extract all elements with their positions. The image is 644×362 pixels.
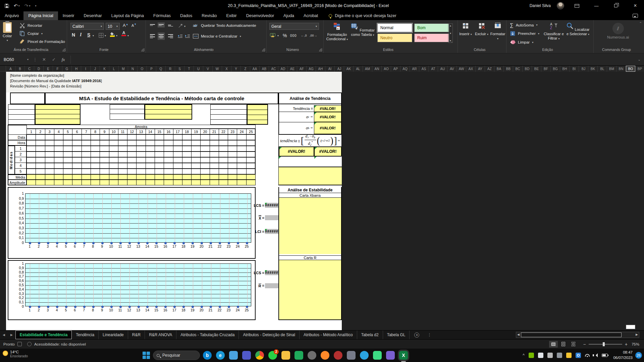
- table-cell[interactable]: [155, 175, 164, 179]
- ribbon-tab-inserir[interactable]: Inserir: [58, 11, 79, 20]
- number-format-combo[interactable]: Geral▾: [269, 23, 319, 30]
- tendencia-empty-1[interactable]: [279, 157, 314, 167]
- column-header-AH[interactable]: AH: [316, 66, 325, 72]
- title-left-empty-cell[interactable]: [10, 93, 45, 104]
- tray-volume-icon[interactable]: [594, 353, 598, 357]
- taskbar-app-firefox[interactable]: [321, 351, 329, 360]
- sheet-tab-tabela-d2[interactable]: Tabela d2: [357, 330, 383, 339]
- taskbar-app-monitor[interactable]: [229, 351, 238, 360]
- table-cell[interactable]: [127, 140, 137, 145]
- conditional-formatting-button[interactable]: ≠ Formatação Condicional ▾: [325, 22, 349, 42]
- column-header-BA[interactable]: BA: [494, 66, 504, 72]
- table-cell[interactable]: [63, 158, 72, 163]
- column-header-E[interactable]: E: [44, 66, 53, 72]
- orientation-chevron-icon[interactable]: ▾: [184, 25, 185, 28]
- ribbon-tab-página-inicial[interactable]: Página Inicial: [23, 11, 58, 20]
- bold-button[interactable]: N: [72, 32, 75, 38]
- font-color-icon[interactable]: A: [121, 31, 126, 36]
- media-cells-row[interactable]: [26, 174, 256, 180]
- table-cell[interactable]: [54, 175, 63, 179]
- restore-button[interactable]: [609, 1, 623, 11]
- align-middle-icon[interactable]: [159, 23, 164, 26]
- table-cell[interactable]: [146, 140, 155, 145]
- table-cell[interactable]: [45, 158, 54, 163]
- format-as-table-button[interactable]: Formatar como Tabela ▾: [351, 22, 375, 37]
- medida-5-row[interactable]: [26, 169, 256, 174]
- table-cell[interactable]: [182, 158, 192, 163]
- table-cell[interactable]: [63, 135, 72, 140]
- table-cell[interactable]: [219, 135, 228, 140]
- table-cell[interactable]: [109, 152, 118, 157]
- input-cells-right[interactable]: [247, 104, 268, 125]
- taskbar-app-chrome[interactable]: [255, 351, 264, 360]
- table-cell[interactable]: [146, 135, 155, 140]
- cell-style-normal[interactable]: Normal: [377, 23, 412, 32]
- cut-button[interactable]: Recortar: [19, 23, 42, 28]
- align-top-icon[interactable]: [150, 23, 155, 26]
- paste-button[interactable]: Colar ▾: [3, 22, 12, 42]
- table-cell[interactable]: [182, 140, 192, 145]
- table-cell[interactable]: [127, 180, 137, 185]
- cancel-entry-icon[interactable]: ✕: [42, 57, 46, 62]
- table-cell[interactable]: [155, 135, 164, 140]
- comma-style-icon[interactable]: 000: [290, 34, 297, 38]
- table-cell[interactable]: [182, 135, 192, 140]
- table-cell[interactable]: [72, 146, 82, 151]
- tendencia-empty-2[interactable]: [314, 157, 342, 167]
- table-cell[interactable]: [91, 146, 100, 151]
- table-cell[interactable]: [127, 146, 137, 151]
- column-header-BN[interactable]: BN: [616, 66, 626, 72]
- column-header-R[interactable]: R: [166, 66, 175, 72]
- expand-formula-bar-icon[interactable]: ⌄: [638, 58, 641, 61]
- table-cell[interactable]: [54, 152, 63, 157]
- table-cell[interactable]: [63, 140, 72, 145]
- column-header-AP[interactable]: AP: [391, 66, 400, 72]
- sheet-tab-atributos-m-todo-anal-tico[interactable]: Atributos - Método Analítico: [300, 330, 357, 339]
- column-header-P[interactable]: P: [147, 66, 156, 72]
- table-cell[interactable]: [109, 146, 118, 151]
- column-header-AC[interactable]: AC: [269, 66, 278, 72]
- table-cell[interactable]: [127, 135, 137, 140]
- align-center-icon[interactable]: [159, 34, 164, 39]
- tendencia-value-1[interactable]: #VALOR!: [314, 105, 341, 112]
- column-header-AQ[interactable]: AQ: [400, 66, 410, 72]
- table-cell[interactable]: [54, 180, 63, 185]
- column-header-AG[interactable]: AG: [307, 66, 316, 72]
- sheet-tab-atributos-detec-o-de-sinal[interactable]: Atributos - Detecção de Sinal: [239, 330, 299, 339]
- fill-color-chevron-icon[interactable]: ▾: [116, 34, 117, 37]
- increase-decimal-icon[interactable]: ←,0: [301, 34, 307, 37]
- tendencia-note-area[interactable]: [279, 167, 342, 185]
- table-cell[interactable]: [127, 163, 137, 168]
- sheet-tab-tabela-gl[interactable]: Tabela GL: [383, 330, 410, 339]
- tendencia-result-1[interactable]: #VALOR!: [279, 146, 314, 157]
- tray-repair-error-icon[interactable]: [557, 353, 562, 358]
- table-cell[interactable]: [228, 135, 237, 140]
- table-cell[interactable]: [63, 152, 72, 157]
- column-header-AR[interactable]: AR: [410, 66, 419, 72]
- table-cell[interactable]: [127, 175, 137, 179]
- table-cell[interactable]: [164, 135, 173, 140]
- table-cell[interactable]: [36, 146, 45, 151]
- table-cell[interactable]: [27, 140, 36, 145]
- column-header-Y[interactable]: Y: [231, 66, 241, 72]
- table-cell[interactable]: [36, 135, 45, 140]
- column-header-G[interactable]: G: [62, 66, 72, 72]
- zoom-out-button[interactable]: −: [583, 342, 586, 347]
- tray-battery-icon[interactable]: [602, 354, 608, 357]
- taskbar-app-camera[interactable]: [347, 351, 356, 360]
- table-cell[interactable]: [155, 146, 164, 151]
- table-cell[interactable]: [210, 135, 219, 140]
- borders-chevron-icon[interactable]: ▾: [105, 34, 106, 37]
- table-cell[interactable]: [173, 140, 182, 145]
- table-cell[interactable]: [137, 158, 146, 163]
- table-cell[interactable]: [82, 163, 91, 168]
- sheet-tab-linearidade[interactable]: Linearidade: [99, 330, 128, 339]
- active-cell-BO50[interactable]: [626, 325, 635, 329]
- underline-chevron-icon[interactable]: ▾: [93, 34, 94, 37]
- table-cell[interactable]: [247, 140, 255, 145]
- table-cell[interactable]: [63, 146, 72, 151]
- table-cell[interactable]: [192, 163, 201, 168]
- table-cell[interactable]: [237, 169, 246, 174]
- table-cell[interactable]: [228, 140, 237, 145]
- accounting-chevron-icon[interactable]: ▾: [277, 34, 279, 37]
